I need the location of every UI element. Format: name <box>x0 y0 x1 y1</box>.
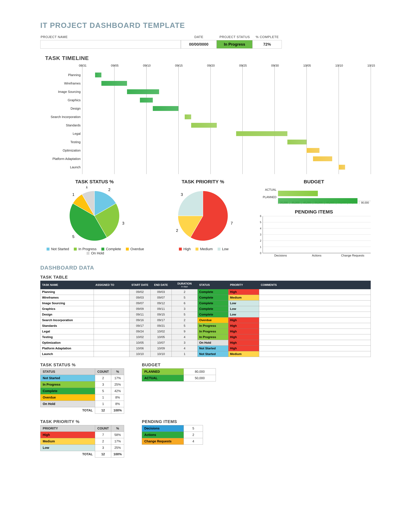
table-row: Planning09/0209/032CompleteHigh <box>40 289 371 295</box>
gantt-bar <box>339 165 345 170</box>
gantt-row-label: Graphics <box>40 98 81 102</box>
gantt-bar <box>313 156 332 161</box>
pie-label: 5 <box>72 234 75 239</box>
title-priority-pie: TASK PRIORITY % <box>149 179 257 184</box>
page-title: IT PROJECT DASHBOARD TEMPLATE <box>40 21 371 30</box>
gantt-row-label: Image Sourcing <box>40 90 81 94</box>
label-pct: % COMPLETE <box>252 35 282 40</box>
title-task-table: TASK TABLE <box>40 275 371 280</box>
legend-priority: HighMediumLow <box>149 247 257 251</box>
legend-status: Not StartedIn ProgressCompleteOverdueOn … <box>40 247 149 255</box>
table-row: In Progress325% <box>40 381 124 388</box>
title-pending-tbl: PENDING ITEMS <box>142 419 203 424</box>
pending-xlabel: Actions <box>299 254 335 258</box>
gantt-row-label: Search Incorporation <box>40 115 81 119</box>
gantt-bar <box>236 131 287 136</box>
chart-priority-pie: 723 <box>169 186 237 244</box>
priority-tbl: PRIORITYCOUNT%High758%Medium217%Low325%T… <box>40 425 124 457</box>
title-status-tbl: TASK STATUS % <box>40 362 124 367</box>
gantt-tick: 09/10 <box>142 64 152 67</box>
table-row: ACTUAL50,000 <box>142 375 216 381</box>
gantt-row-label: Legal <box>40 132 81 136</box>
legend-item: In Progress <box>72 247 97 251</box>
gantt-bar <box>140 98 153 103</box>
title-priority-tbl: TASK PRIORITY % <box>40 419 124 424</box>
gantt-bar <box>191 123 217 128</box>
title-pending: PENDING ITEMS <box>257 209 371 215</box>
pending-ytick: 0 <box>260 252 261 255</box>
legend-item: Medium <box>194 247 213 251</box>
table-row: Platform Adaptation10/0610/094Not Starte… <box>40 346 371 351</box>
gantt-chart: 08/3109/0509/1009/1509/2009/2509/3010/05… <box>40 65 371 174</box>
gantt-bar <box>101 81 127 86</box>
budget-row-label: PLANNED <box>257 196 278 199</box>
pie-label: 7 <box>231 221 233 225</box>
table-row: Not Started217% <box>40 375 124 381</box>
gantt-row-label: Planning <box>40 73 81 77</box>
table-row: High758% <box>40 432 124 438</box>
gantt-tick: 10/10 <box>334 64 344 67</box>
pending-ytick: 2 <box>260 239 261 242</box>
gantt-tick: 10/05 <box>302 64 312 67</box>
table-row: Launch10/1010/101Not StartedMedium <box>40 351 371 357</box>
pending-ytick: 5 <box>260 221 261 224</box>
legend-item: On Hold <box>85 251 104 255</box>
pie-label: 3 <box>122 221 124 225</box>
title-budget: BUDGET <box>257 179 371 184</box>
table-row: Low325% <box>40 445 124 451</box>
budget-row-label: ACTUAL <box>257 188 278 191</box>
section-timeline: TASK TIMELINE <box>45 55 371 61</box>
gantt-row-label: Wireframes <box>40 82 81 85</box>
table-row: Testing10/0210/054In ProgressHigh <box>40 334 371 340</box>
budget-tick: 90,000 <box>359 201 371 204</box>
legend-item: Low <box>216 247 229 251</box>
label-status: PROJECT STATUS <box>217 35 252 40</box>
pie-label: 2 <box>176 228 178 233</box>
table-row: Image Sourcing09/0709/126CompleteLow <box>40 301 371 306</box>
gantt-tick: 09/05 <box>110 64 120 67</box>
legend-item: Not Started <box>45 247 69 251</box>
gantt-bar <box>307 148 319 153</box>
table-row: Actions2 <box>142 432 203 438</box>
gantt-bar <box>185 114 191 119</box>
gantt-bar <box>153 106 178 111</box>
gantt-tick: 09/25 <box>238 64 248 67</box>
gantt-tick: 08/31 <box>78 64 87 67</box>
gantt-row-label: Platform Adaptation <box>40 157 81 161</box>
gantt-bar <box>287 140 307 144</box>
pending-tbl: Decisions5Actions2Change Requests4 <box>142 425 203 445</box>
chart-budget: ACTUALPLANNED20,00030,00040,00050,00060,… <box>257 186 371 204</box>
legend-item: High <box>177 247 191 251</box>
table-row: Complete542% <box>40 388 124 394</box>
table-row: Design09/1109/155CompleteLow <box>40 312 371 317</box>
table-row: Wireframes09/0309/075CompleteMedium <box>40 295 371 301</box>
input-project-name[interactable] <box>40 40 181 48</box>
pie-label: 2 <box>108 188 110 192</box>
gantt-row-label: Launch <box>40 165 81 169</box>
section-dashboard-data: DASHBOARD DATA <box>40 265 371 271</box>
label-project-name: PROJECT NAME <box>40 35 181 40</box>
pending-ytick: 1 <box>260 246 261 249</box>
pending-xlabel: Change Requests <box>335 254 371 258</box>
task-table: TASK NAMEASSIGNED TOSTART DATEEND DATEDU… <box>40 281 371 357</box>
table-row: PLANNED80,000 <box>142 369 216 375</box>
pie-label: 3 <box>181 192 183 197</box>
chart-pending: 0123456DecisionsActionsChange Requests <box>257 216 371 258</box>
pie-label: 1 <box>72 192 75 197</box>
input-date[interactable]: 00/00/0000 <box>181 40 217 48</box>
table-row: Standards09/1709/215In ProgressHigh <box>40 323 371 329</box>
gantt-tick: 09/20 <box>206 64 216 67</box>
gantt-row-label: Design <box>40 107 81 110</box>
table-row: Change Requests4 <box>142 438 203 445</box>
gantt-tick: 10/15 <box>366 64 376 67</box>
value-status: In Progress <box>217 40 252 48</box>
status-tbl: STATUSCOUNT%Not Started217%In Progress32… <box>40 368 124 414</box>
table-row: Search Incorporation09/1609/172OverdueHi… <box>40 317 371 323</box>
gantt-row-label: Optimization <box>40 149 81 152</box>
table-row: Graphics09/0909/113CompleteLow <box>40 306 371 312</box>
table-row: Decisions5 <box>142 425 203 432</box>
legend-item: Complete <box>100 247 121 251</box>
gantt-row-label: Testing <box>40 140 81 144</box>
table-row: Legal09/2410/029In ProgressHigh <box>40 329 371 334</box>
title-budget-tbl: BUDGET <box>142 362 216 367</box>
